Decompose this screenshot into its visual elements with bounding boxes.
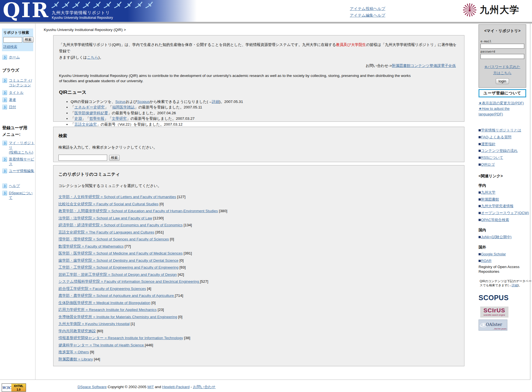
bullet-link-item: OPAC等統合検索 bbox=[479, 217, 526, 224]
help-link[interactable]: ヘルプ bbox=[9, 183, 20, 188]
hp-link[interactable]: Hewlett-Packard bbox=[162, 385, 189, 389]
policy-link[interactable]: 運営指針 bbox=[481, 142, 495, 146]
community-link[interactable]: 文学部・人文科学研究院 = School of Letters and Facu… bbox=[58, 195, 176, 199]
sidebar-search-button[interactable]: 検索 bbox=[23, 37, 34, 43]
email-field[interactable] bbox=[480, 44, 524, 49]
text-segment: [134] bbox=[183, 223, 192, 227]
change-language-ja-link[interactable]: ★表示言語の変更方法(PDF) bbox=[479, 101, 524, 105]
password-field[interactable] bbox=[480, 54, 524, 59]
my-repository-link[interactable]: マイ・リポジトリ(投稿はこちら) bbox=[9, 141, 35, 155]
community-link[interactable]: 法学部・法学研究院 = School of Law and Faculty of… bbox=[58, 216, 152, 220]
registration-flow-link[interactable]: コンテンツ登録の流れ bbox=[481, 149, 518, 153]
scirus-link[interactable]: Scirus bbox=[115, 100, 126, 104]
community-link[interactable]: 総合理工学研究院 = Faculty of Engineering Scienc… bbox=[58, 287, 146, 291]
about-dspace-link[interactable]: DSpaceについて bbox=[9, 191, 35, 200]
sidebar-item-alert-service[interactable]: ❯ 新着情報サービス bbox=[2, 157, 35, 166]
sidebar-item-help[interactable]: ❯ ヘルプ bbox=[2, 183, 35, 188]
main-search-button[interactable]: 検索 bbox=[109, 155, 120, 161]
scirus-logo[interactable]: SCIrUS scientific search engine bbox=[480, 307, 508, 318]
forgot-password-link[interactable]: ※パスワードを忘れた方はこちら bbox=[484, 65, 520, 75]
authors-link[interactable]: 著者 bbox=[9, 97, 16, 102]
faq-link[interactable]: FAQ-よくある質問 bbox=[481, 135, 512, 139]
community-link[interactable]: システム情報科学研究院 = Faculty of Information Sci… bbox=[58, 279, 200, 284]
library-link[interactable]: 附属図書館 bbox=[481, 197, 499, 201]
item-submit-help-link[interactable]: アイテム投稿ヘルプ bbox=[350, 6, 385, 11]
qir-logo-link[interactable]: QIRロゴ bbox=[481, 162, 495, 167]
community-row: 先導物質化学研究所 = Institute for Materials Chem… bbox=[58, 313, 460, 321]
edit-profile-link[interactable]: ユーザ情報編集 bbox=[9, 168, 34, 173]
researcher-info-link[interactable]: 九州大学研究者情報 bbox=[481, 204, 513, 208]
google-scholar-link[interactable]: Google Scholar bbox=[481, 252, 506, 256]
kyushu-university-logo[interactable]: 九州大学 bbox=[462, 2, 520, 18]
opac-link[interactable]: OPAC等統合検索 bbox=[481, 218, 509, 222]
journal-link[interactable]: 福岡医学雑誌 bbox=[112, 105, 135, 109]
journal-link[interactable]: 医学部保健学科紀要 bbox=[74, 111, 108, 115]
oaister-logo[interactable]: OAIster ...find the pearls bbox=[479, 320, 507, 331]
about-repository-link[interactable]: 学術情報リポジトリとは bbox=[481, 128, 521, 132]
community-link[interactable]: 生体防御医学研究所 = Medical Institute of Bioregu… bbox=[58, 301, 150, 305]
sidebar-item-dates[interactable]: ❯ 日付 bbox=[2, 105, 35, 110]
main-search-input[interactable] bbox=[58, 155, 107, 161]
dspace-software-link[interactable]: DSpace Software bbox=[78, 385, 107, 389]
user-registration-button[interactable]: ユーザ登録について bbox=[479, 89, 526, 97]
journal-link[interactable]: 言語文化論究 bbox=[74, 122, 97, 126]
communities-collections-link[interactable]: コミュニティ/コレクション bbox=[9, 78, 32, 87]
scopus-logo[interactable]: SCOPUS bbox=[479, 294, 526, 302]
sidebar-item-communities[interactable]: ❯ コミュニティ/コレクション bbox=[2, 78, 35, 87]
home-link[interactable]: ホーム bbox=[9, 55, 20, 59]
w3c-xhtml-badge[interactable]: W3C XHTML 1.0 bbox=[2, 383, 26, 392]
community-link[interactable]: 教育学部・人間環境学研究院 = School of Education and … bbox=[58, 209, 218, 213]
sidebar-search-input[interactable] bbox=[3, 37, 22, 43]
sidebar-item-edit-profile[interactable]: ❯ ユーザ情報編集 bbox=[2, 168, 35, 173]
sidebar-item-my-repository[interactable]: ❯ マイ・リポジトリ(投稿はこちら) bbox=[2, 141, 35, 155]
sidebar-item-titles[interactable]: ❯ タイトル bbox=[2, 90, 35, 95]
journal-link[interactable]: 文學研究 bbox=[112, 116, 127, 121]
community-link[interactable]: 先導物質化学研究所 = Institute for Materials Chem… bbox=[58, 315, 177, 319]
community-link[interactable]: 情報基盤研究開発センター = Research Institute for In… bbox=[58, 336, 183, 340]
db-detail-link[interactable]: 詳細 bbox=[512, 284, 518, 287]
community-link[interactable]: 工学部・工学研究院 = School of Engineering and Fa… bbox=[58, 265, 178, 269]
details-kochira-link[interactable]: こちら bbox=[87, 55, 98, 59]
mit-link[interactable]: MIT bbox=[147, 385, 154, 389]
community-link[interactable]: 医学部・医学研究院 = School of Medicine and Facul… bbox=[58, 251, 183, 255]
community-link[interactable]: 健康科学センター = The Institute of Health Scien… bbox=[58, 343, 145, 347]
arrow-icon: ❯ bbox=[2, 78, 7, 83]
item-edit-help-link[interactable]: アイテム編集ヘルプ bbox=[350, 13, 385, 17]
community-link[interactable]: 経済学部・経済学研究院 = School of Economics and Fa… bbox=[58, 223, 183, 227]
journal-link[interactable]: 史淵 bbox=[74, 116, 82, 121]
roar-link[interactable]: ROAR bbox=[481, 259, 492, 263]
community-link[interactable]: 芸術工学部・芸術工学研究院 = School of Design and Fac… bbox=[58, 272, 177, 277]
scopus-link[interactable]: Scopus bbox=[137, 100, 150, 104]
junii-link[interactable]: JuNii+(試験公開中) bbox=[481, 235, 512, 239]
community-link[interactable]: 比較社会文化研究院 = Faculty of Social and Cultur… bbox=[58, 202, 158, 206]
kyushu-univ-link[interactable]: 九州大学 bbox=[481, 190, 495, 194]
community-link[interactable]: 推進室等 = Others bbox=[58, 350, 89, 354]
community-link[interactable]: 附属図書館 = Library bbox=[58, 357, 93, 361]
change-language-en-link[interactable]: ★How to adjust the language(PDF) bbox=[479, 107, 510, 116]
library-contact-link[interactable]: 附属図書館コンテンツ整備課電子化係 bbox=[392, 64, 456, 68]
community-link[interactable]: 言語文化研究院 = The Faculty of Languages and C… bbox=[58, 230, 154, 234]
login-button[interactable]: login bbox=[496, 78, 509, 84]
community-link[interactable]: 学内共同教育研究施設 bbox=[58, 329, 96, 333]
sidebar-item-about-dspace[interactable]: ❯ DSpaceについて bbox=[2, 191, 35, 200]
journal-link[interactable]: 哲學年報 bbox=[89, 116, 104, 121]
community-link[interactable]: 歯学部・歯学研究院 = School of Dentistry and Facu… bbox=[58, 258, 178, 263]
advanced-search-link[interactable]: 詳細検索 bbox=[3, 45, 17, 49]
news-detail-link[interactable]: 詳細 bbox=[212, 100, 219, 104]
sidebar-item-home[interactable]: ❯ ホーム bbox=[2, 55, 35, 60]
titles-link[interactable]: タイトル bbox=[9, 90, 24, 95]
footer-contact-link[interactable]: お問い合わせ bbox=[193, 385, 215, 389]
journal-link[interactable]: エネルギー史研究 bbox=[74, 105, 105, 109]
ocw-link[interactable]: オープンコースウェア(OCW) bbox=[481, 211, 529, 215]
sidebar-item-authors[interactable]: ❯ 著者 bbox=[2, 97, 35, 102]
community-link[interactable]: 農学部・農学研究院 = School of Agriculture and Fa… bbox=[58, 294, 175, 298]
community-link[interactable]: 九州大学病院 = Kyushu University Hospital bbox=[58, 322, 130, 326]
community-link[interactable]: 理学部・理学研究院 = School of Sciences and Facul… bbox=[58, 237, 169, 241]
domestic-heading: 国内 bbox=[479, 227, 526, 233]
community-link[interactable]: 応用力学研究所 = Research Institute for Applied… bbox=[58, 308, 157, 312]
community-link[interactable]: 数理学研究院 = Faculty of Mathematics bbox=[58, 244, 124, 248]
alert-service-link[interactable]: 新着情報サービス bbox=[9, 157, 35, 166]
rss-link[interactable]: RSSについて bbox=[481, 155, 503, 160]
footer-credits: DSpace Software Copyright © 2002-2005 MI… bbox=[78, 385, 216, 390]
dates-link[interactable]: 日付 bbox=[9, 105, 16, 109]
